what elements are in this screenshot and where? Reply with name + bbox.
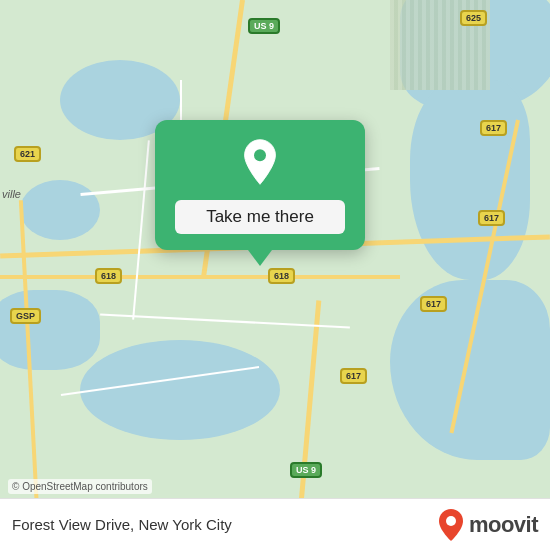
location-pin-icon	[236, 138, 284, 186]
osm-attribution: © OpenStreetMap contributors	[8, 479, 152, 494]
badge-617-2: 617	[478, 210, 505, 226]
badge-625: 625	[460, 10, 487, 26]
badge-618-left: 618	[95, 268, 122, 284]
take-me-there-button[interactable]: Take me there	[175, 200, 345, 234]
water-body-4	[0, 290, 100, 370]
badge-621: 621	[14, 146, 41, 162]
place-label-ville: ville	[2, 188, 21, 200]
badge-us9-top: US 9	[248, 18, 280, 34]
badge-617-3: 617	[420, 296, 447, 312]
water-body-2	[410, 80, 530, 280]
svg-point-0	[254, 149, 266, 161]
moovit-text: moovit	[469, 512, 538, 538]
water-body-7	[20, 180, 100, 240]
road-618	[0, 275, 400, 279]
moovit-logo: moovit	[437, 508, 538, 542]
location-label: Forest View Drive, New York City	[12, 516, 437, 533]
moovit-pin-icon	[437, 508, 465, 542]
badge-618-right: 618	[268, 268, 295, 284]
badge-617-1: 617	[480, 120, 507, 136]
popup-card: Take me there	[155, 120, 365, 250]
map-container: US 9 US 9 625 617 617 617 617 618 618 62…	[0, 0, 550, 550]
bottom-bar: Forest View Drive, New York City moovit	[0, 498, 550, 550]
badge-us9-bottom: US 9	[290, 462, 322, 478]
water-body-5	[80, 340, 280, 440]
badge-617-4: 617	[340, 368, 367, 384]
svg-point-1	[446, 516, 456, 526]
badge-gsp: GSP	[10, 308, 41, 324]
